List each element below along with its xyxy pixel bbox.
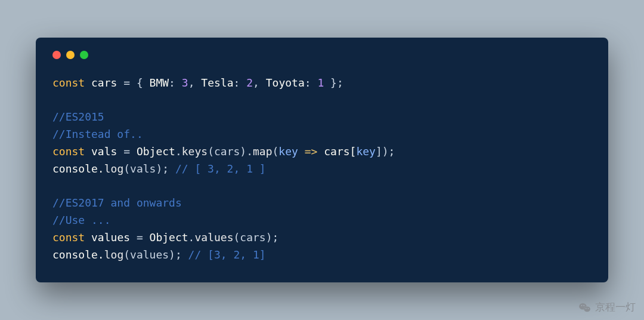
punct: .: [175, 145, 182, 158]
punct: =: [130, 231, 150, 244]
minimize-dot-icon: [66, 51, 75, 59]
punct: (cars).: [208, 145, 253, 158]
punct: :: [305, 76, 318, 89]
comment: // [3, 2, 1]: [188, 248, 266, 261]
punct: .: [188, 231, 195, 244]
punct: :: [234, 76, 247, 89]
watermark-text: 京程一灯: [595, 300, 636, 314]
punct: = {: [117, 76, 149, 89]
identifier: Object: [137, 145, 175, 158]
punct: (values);: [123, 248, 188, 261]
identifier: console.: [52, 248, 104, 261]
punct: =: [117, 145, 137, 158]
punct: ]);: [376, 145, 395, 158]
svg-point-6: [588, 308, 589, 309]
comment: //Use ...: [52, 214, 111, 226]
close-dot-icon: [52, 51, 61, 59]
prop: BMW: [150, 76, 169, 89]
keyword: const: [52, 231, 85, 244]
punct: };: [324, 76, 343, 89]
identifier: console.: [52, 162, 104, 175]
number: 2: [246, 76, 253, 89]
identifier: cars: [91, 76, 117, 89]
wechat-icon: [578, 302, 592, 313]
arrow: =>: [298, 145, 324, 158]
prop: Toyota: [266, 76, 305, 89]
function: log: [104, 162, 124, 175]
prop: Tesla: [201, 76, 233, 89]
punct: ,: [253, 76, 266, 89]
function: map: [253, 145, 273, 158]
identifier: values: [91, 231, 130, 244]
comment: //ES2015: [52, 110, 104, 123]
function: values: [194, 231, 233, 244]
punct: ,: [188, 76, 202, 89]
number: 1: [317, 76, 324, 89]
comment: //ES2017 and onwards: [52, 196, 182, 209]
param: key: [278, 145, 298, 158]
window-traffic-lights: [52, 51, 592, 59]
code-block: const cars = { BMW: 3, Tesla: 2, Toyota:…: [52, 75, 592, 264]
identifier: cars[: [324, 145, 356, 158]
punct: (: [273, 145, 279, 158]
param: key: [356, 145, 376, 158]
punct: (vals);: [123, 162, 175, 175]
svg-point-2: [584, 306, 590, 312]
svg-point-4: [583, 305, 584, 306]
punct: :: [169, 76, 182, 89]
maximize-dot-icon: [80, 51, 88, 59]
comment: // [ 3, 2, 1 ]: [175, 162, 266, 175]
code-window: const cars = { BMW: 3, Tesla: 2, Toyota:…: [36, 38, 608, 283]
function: log: [104, 248, 124, 261]
watermark: 京程一灯: [578, 300, 636, 314]
keyword: const: [52, 145, 85, 158]
function: keys: [182, 145, 208, 158]
identifier: vals: [91, 145, 117, 158]
svg-point-3: [581, 305, 583, 306]
keyword: const: [52, 76, 85, 89]
identifier: Object: [150, 231, 188, 244]
svg-point-5: [586, 308, 586, 309]
comment: //Instead of..: [52, 128, 143, 140]
number: 3: [182, 76, 188, 89]
punct: (cars);: [233, 231, 278, 244]
